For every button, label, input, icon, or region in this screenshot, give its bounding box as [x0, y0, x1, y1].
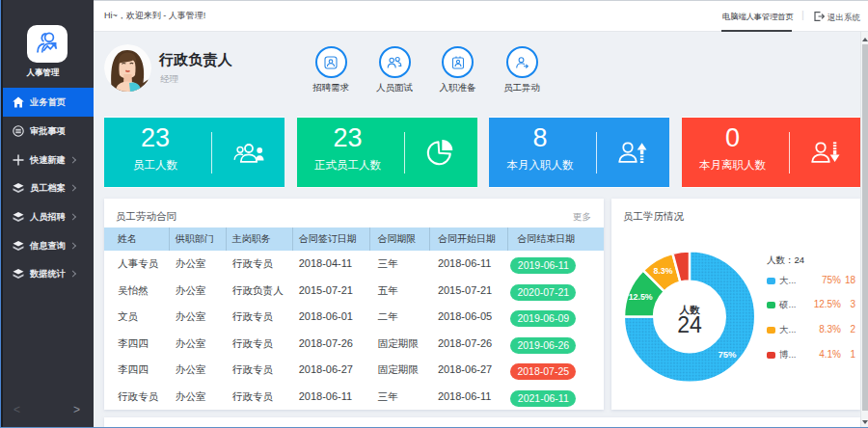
- svg-text:24: 24: [677, 312, 702, 337]
- svg-text:8.3%: 8.3%: [653, 266, 672, 276]
- svg-text:12.5%: 12.5%: [629, 292, 653, 302]
- svg-text:75%: 75%: [718, 349, 737, 360]
